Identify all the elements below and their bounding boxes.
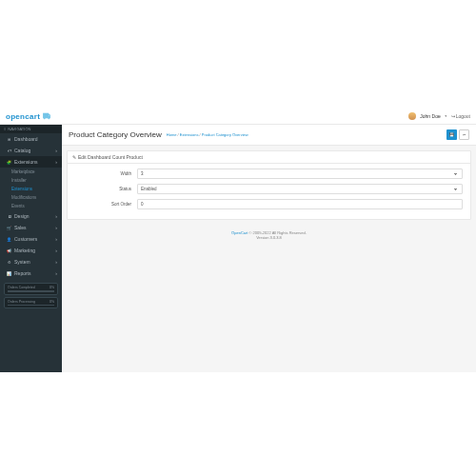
width-label: Width [75, 171, 137, 176]
sort-order-label: Sort Order [75, 202, 137, 207]
status-label: Status [75, 187, 137, 191]
username[interactable]: John Doe [420, 113, 440, 119]
sidebar-item-customers[interactable]: 👤Customers [0, 233, 62, 245]
sidebar-item-catalog[interactable]: 🏷Catalog [0, 145, 62, 156]
width-select[interactable]: 3 [137, 169, 463, 179]
app-header: opencart ⛟ John Doe ▼ ↪ Logout [0, 109, 476, 125]
sidebar-item-system[interactable]: ⚙System [0, 256, 62, 268]
sidebar-sub-marketplace[interactable]: Marketplace [0, 168, 62, 176]
dashboard-icon: ⊞ [7, 137, 11, 142]
footer: OpenCart © 2009-2022 All Rights Reserved… [62, 225, 476, 246]
reply-icon: ↩ [463, 132, 466, 137]
breadcrumb: Home / Extensions / Product Category Ove… [167, 132, 248, 137]
widget-orders-processing: Orders Processing0% [4, 297, 58, 309]
logout-link[interactable]: ↪ Logout [451, 113, 470, 119]
sidebar-sub-extensions[interactable]: Extensions [0, 185, 62, 193]
sidebar-item-reports[interactable]: 📊Reports [0, 268, 62, 279]
footer-version: Version 3.0.3.8 [256, 235, 282, 240]
sidebar-item-design[interactable]: 🖥Design [0, 210, 62, 222]
chevron-down-icon: ▼ [445, 114, 447, 118]
save-icon: 💾 [449, 132, 454, 137]
breadcrumb-current[interactable]: Product Category Overview [202, 132, 248, 137]
gear-icon: ⚙ [7, 260, 11, 265]
back-button[interactable]: ↩ [459, 129, 469, 140]
sidebar-sub-events[interactable]: Events [0, 202, 62, 210]
menu-icon: ≡ [4, 127, 6, 131]
logout-icon: ↪ [451, 113, 455, 119]
cart-icon: 🛒 [7, 226, 11, 230]
avatar[interactable] [408, 112, 416, 120]
nav-header: ≡ NAVIGATION [0, 125, 62, 133]
page-header: Product Category Overview Home / Extensi… [62, 125, 476, 146]
sidebar-item-marketing[interactable]: 📢Marketing [0, 245, 62, 256]
page-title: Product Category Overview [69, 130, 162, 139]
breadcrumb-home[interactable]: Home [167, 132, 177, 137]
breadcrumb-extensions[interactable]: Extensions [180, 132, 199, 137]
share-icon: 📢 [7, 248, 11, 253]
edit-panel: ✎ Edit Dashboard Count Product Width 3 S… [67, 150, 471, 220]
puzzle-icon: 🧩 [7, 160, 11, 165]
user-icon: 👤 [7, 237, 11, 242]
panel-header: ✎ Edit Dashboard Count Product [68, 151, 470, 164]
sort-order-input[interactable] [137, 199, 463, 209]
status-select[interactable]: Enabled [137, 184, 463, 194]
sidebar-sub-modifications[interactable]: Modifications [0, 193, 62, 202]
tag-icon: 🏷 [7, 149, 11, 153]
logo[interactable]: opencart ⛟ [6, 112, 50, 121]
sidebar-item-sales[interactable]: 🛒Sales [0, 222, 62, 233]
sidebar-item-extensions[interactable]: 🧩Extensions [0, 156, 62, 168]
desktop-icon: 🖥 [7, 214, 11, 219]
widget-orders-completed: Orders Completed0% [4, 283, 58, 295]
sidebar-sub-installer[interactable]: Installer [0, 176, 62, 185]
chart-icon: 📊 [7, 271, 11, 276]
footer-brand-link[interactable]: OpenCart [231, 230, 248, 235]
sidebar-item-dashboard[interactable]: ⊞Dashboard [0, 133, 62, 145]
save-button[interactable]: 💾 [446, 129, 457, 140]
sidebar: ≡ NAVIGATION ⊞Dashboard 🏷Catalog 🧩Extens… [0, 125, 62, 372]
pencil-icon: ✎ [72, 154, 76, 160]
